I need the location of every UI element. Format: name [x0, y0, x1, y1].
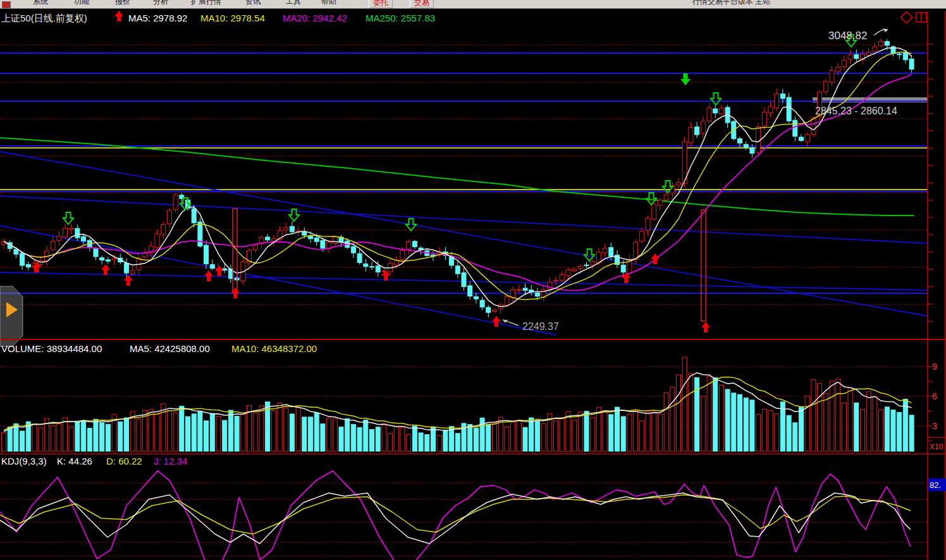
chart-canvas[interactable]: 3048.822845.23 - 2860.142249.37963X1082. — [0, 0, 946, 560]
ma-label-0: MA5: 2978.92 — [128, 13, 187, 23]
volume-axis-label: 6 — [932, 391, 937, 401]
main-chart-pane[interactable] — [0, 11, 928, 339]
chart-title: 上证50(日线.前复权) — [1, 13, 87, 25]
menu-item-0[interactable]: 系统 — [33, 0, 48, 7]
trading-app-window: 行情交易平台版本 主站 系统功能报价分析扩展行情资讯工具帮助委托交易 上证50(… — [0, 0, 946, 560]
menu-item-1[interactable]: 功能 — [74, 0, 89, 7]
volume-label-2: MA10: 46348372.00 — [231, 343, 317, 354]
kdj-label-0: KDJ(9,3,3) — [1, 456, 47, 466]
ma-label-3: MA250: 2557.83 — [366, 13, 435, 23]
menu-item-7[interactable]: 帮助 — [321, 0, 336, 7]
kdj-label-3: J: 12.34 — [154, 456, 187, 466]
menu-item-4[interactable]: 扩展行情 — [191, 0, 221, 7]
menu-bar: 行情交易平台版本 主站 系统功能报价分析扩展行情资讯工具帮助委托交易 — [0, 0, 946, 9]
kdj-axis-label: 82. — [928, 478, 946, 491]
volume-axis-label: 3 — [932, 421, 937, 431]
menu-right-status: 行情交易平台版本 主站 — [692, 0, 770, 7]
volume-multiplier-label: X10 — [930, 442, 943, 451]
volume-pane[interactable] — [0, 342, 928, 454]
kdj-pane[interactable] — [0, 454, 928, 560]
ma-label-1: MA10: 2978.54 — [200, 13, 265, 23]
volume-axis-label: 9 — [932, 362, 937, 372]
volume-label-1: MA5: 42425808.00 — [130, 343, 210, 354]
menu-item-6[interactable]: 工具 — [286, 0, 301, 7]
kdj-axis-value: 82. — [930, 480, 941, 490]
menu-item-2[interactable]: 报价 — [115, 0, 130, 7]
menu-hot-button-1[interactable]: 交易 — [410, 0, 434, 8]
kdj-label-2: D: 60.22 — [106, 456, 142, 466]
app-icon — [2, 1, 11, 8]
ma-label-2: MA20: 2942.42 — [283, 13, 347, 23]
menu-item-3[interactable]: 分析 — [153, 0, 168, 7]
menu-item-5[interactable]: 资讯 — [245, 0, 261, 7]
menu-hot-button-0[interactable]: 委托 — [369, 0, 393, 8]
kdj-label-1: K: 44.26 — [57, 456, 92, 466]
volume-label-0: VOLUME: 38934484.00 — [1, 343, 102, 354]
